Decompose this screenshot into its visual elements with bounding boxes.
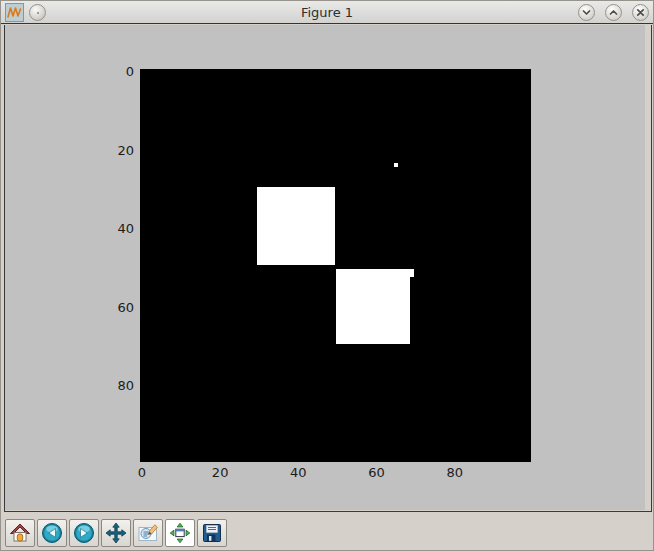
navigation-toolbar	[5, 518, 227, 548]
x-tick-label: 20	[212, 465, 229, 480]
maximize-button[interactable]	[605, 4, 622, 21]
y-tick-label: 40	[117, 221, 134, 236]
y-axis-ticks: 020406080	[5, 69, 134, 462]
subplots-button[interactable]	[165, 519, 195, 547]
pan-icon	[105, 522, 127, 544]
back-icon	[41, 522, 63, 544]
titlebar[interactable]: Figure 1	[1, 1, 653, 24]
y-tick-label: 60	[117, 299, 134, 314]
zoom-icon	[137, 522, 159, 544]
window-controls	[578, 4, 649, 21]
y-tick-label: 80	[117, 378, 134, 393]
x-tick-label: 0	[138, 465, 146, 480]
save-button[interactable]	[197, 519, 227, 547]
chevron-down-icon	[580, 6, 593, 19]
x-tick-label: 40	[290, 465, 307, 480]
plot-area[interactable]	[140, 69, 531, 462]
zoom-button[interactable]	[133, 519, 163, 547]
window-title: Figure 1	[1, 1, 653, 24]
white-square-2	[336, 269, 410, 344]
window-menu-button[interactable]	[29, 4, 46, 21]
figure-window: Figure 1 020406080 02040608	[0, 0, 654, 551]
window-content: 020406080 020406080	[4, 25, 652, 512]
subplots-icon	[169, 522, 191, 544]
y-tick-label: 20	[117, 142, 134, 157]
x-tick-label: 80	[446, 465, 463, 480]
x-tick-label: 60	[368, 465, 385, 480]
x-axis-ticks: 020406080	[140, 465, 531, 483]
home-icon	[9, 522, 31, 544]
forward-icon	[73, 522, 95, 544]
forward-button[interactable]	[69, 519, 99, 547]
matplotlib-logo-icon	[5, 3, 24, 22]
figure-canvas[interactable]: 020406080 020406080	[5, 25, 645, 510]
back-button[interactable]	[37, 519, 67, 547]
shade-button[interactable]	[578, 4, 595, 21]
close-button[interactable]	[632, 4, 649, 21]
y-tick-label: 0	[126, 63, 134, 78]
home-button[interactable]	[5, 519, 35, 547]
white-square-1	[257, 187, 335, 266]
chevron-up-icon	[607, 6, 620, 19]
close-icon	[634, 6, 647, 19]
pan-button[interactable]	[101, 519, 131, 547]
save-icon	[201, 522, 223, 544]
white-dot	[394, 163, 398, 167]
white-square-2-notch	[410, 269, 414, 277]
